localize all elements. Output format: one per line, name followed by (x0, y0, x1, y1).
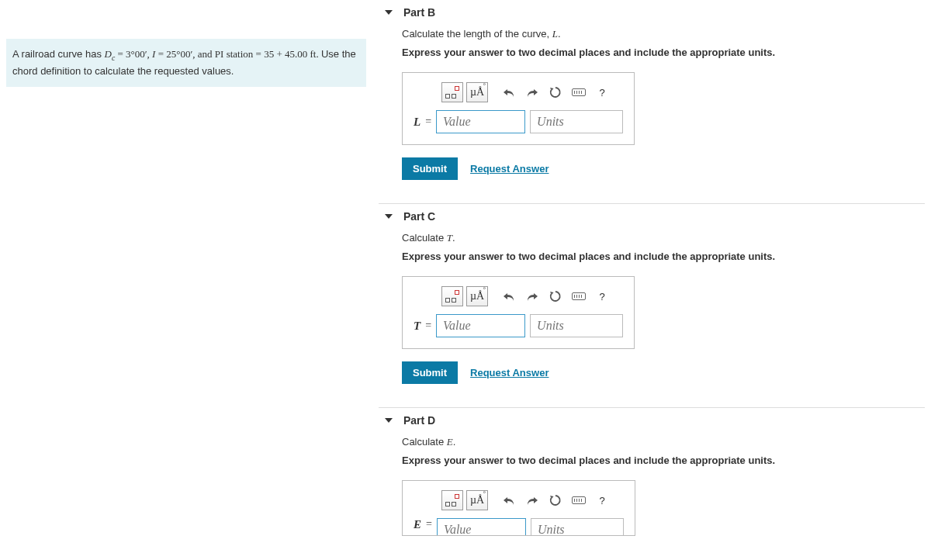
value-input[interactable] (436, 314, 525, 337)
keyboard-icon (572, 292, 586, 300)
instruction: Express your answer to two decimal place… (402, 47, 925, 58)
undo-button[interactable] (499, 82, 519, 102)
problem-statement: A railroad curve has Dc = 3°00′, I = 25°… (6, 39, 366, 87)
undo-icon (503, 495, 515, 506)
part-title: Part C (403, 210, 435, 223)
undo-button[interactable] (499, 490, 519, 510)
redo-icon (526, 291, 538, 302)
part-b-header[interactable]: Part B (379, 0, 925, 28)
redo-button[interactable] (522, 490, 542, 510)
part-c-header[interactable]: Part C (379, 204, 925, 232)
help-button[interactable]: ? (592, 82, 612, 102)
keyboard-button[interactable] (569, 490, 589, 510)
request-answer-link[interactable]: Request Answer (470, 163, 549, 175)
submit-button[interactable]: Submit (402, 361, 458, 384)
prompt: Calculate the length of the curve, L. (402, 28, 925, 40)
value-input[interactable] (436, 110, 525, 133)
redo-icon (526, 495, 538, 506)
redo-button[interactable] (522, 286, 542, 306)
prompt: Calculate E. (402, 436, 925, 448)
reset-icon (549, 86, 562, 99)
chevron-down-icon (385, 9, 393, 16)
undo-button[interactable] (499, 286, 519, 306)
help-icon: ? (599, 87, 604, 99)
keyboard-icon (572, 496, 586, 504)
instruction: Express your answer to two decimal place… (402, 251, 925, 262)
request-answer-link[interactable]: Request Answer (470, 367, 549, 379)
submit-button[interactable]: Submit (402, 157, 458, 180)
help-button[interactable]: ? (592, 490, 612, 510)
reset-icon (549, 494, 562, 506)
templates-icon (445, 86, 459, 99)
redo-icon (526, 87, 538, 98)
variable-label: E (414, 518, 421, 531)
prompt: Calculate T. (402, 232, 925, 244)
special-chars-button[interactable]: µÅ (466, 286, 488, 306)
help-button[interactable]: ? (592, 286, 612, 306)
reset-button[interactable] (545, 490, 566, 510)
chevron-down-icon (385, 417, 393, 424)
help-icon: ? (599, 291, 604, 302)
reset-button[interactable] (545, 286, 566, 306)
reset-icon (549, 290, 562, 302)
help-icon: ? (599, 495, 604, 506)
variable-label: L (414, 116, 421, 129)
keyboard-button[interactable] (569, 286, 589, 306)
templates-button[interactable] (441, 286, 463, 306)
units-input[interactable] (530, 110, 623, 133)
keyboard-button[interactable] (569, 82, 589, 102)
special-chars-button[interactable]: µÅ (466, 490, 488, 510)
reset-button[interactable] (545, 82, 566, 102)
templates-icon (445, 494, 459, 506)
chevron-down-icon (385, 213, 393, 220)
value-input[interactable] (437, 518, 526, 535)
part-d-header[interactable]: Part D (379, 408, 925, 436)
templates-button[interactable] (441, 490, 463, 510)
templates-button[interactable] (441, 82, 463, 102)
instruction: Express your answer to two decimal place… (402, 455, 925, 466)
units-input[interactable] (531, 518, 624, 535)
undo-icon (503, 87, 515, 98)
part-title: Part D (403, 414, 435, 427)
special-chars-button[interactable]: µÅ (466, 82, 488, 102)
units-input[interactable] (530, 314, 623, 337)
answer-box: µÅ (402, 72, 635, 145)
answer-box: µÅ (402, 480, 635, 536)
variable-label: T (414, 320, 421, 333)
answer-box: µÅ (402, 276, 635, 349)
templates-icon (445, 290, 459, 302)
redo-button[interactable] (522, 82, 542, 102)
part-title: Part B (403, 6, 435, 19)
undo-icon (503, 291, 515, 302)
keyboard-icon (572, 88, 586, 96)
